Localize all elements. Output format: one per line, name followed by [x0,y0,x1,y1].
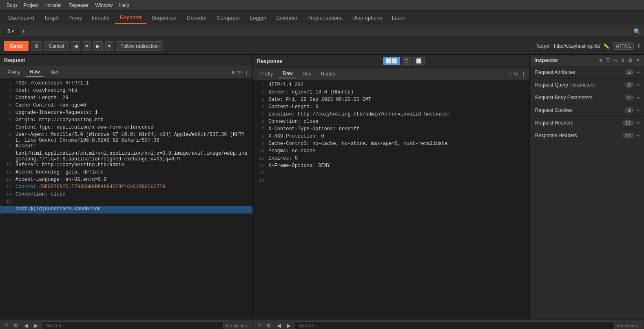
response-settings-icon[interactable]: ⚙ [265,322,273,329]
code-line: 6Origin: http://cozyhosting.htb [0,117,252,124]
request-next-match-icon[interactable]: ▶ [32,322,40,329]
tab-logger[interactable]: Logger [245,12,271,23]
inspector-row-cookies[interactable]: Request Cookies 1 ▾ [530,104,644,116]
inspector-grid-icon[interactable]: ⊞ [598,58,602,63]
chevron-down-icon: ▾ [637,121,639,125]
inspector-label: Response Headers [535,133,622,138]
response-prev-match-icon[interactable]: ◀ [275,322,283,329]
request-search-input[interactable] [42,321,224,329]
menu-burp[interactable]: Burp [3,1,20,9]
layout-single-icon[interactable]: ⬜ [413,57,425,65]
request-tab-pretty[interactable]: Pretty [3,68,24,76]
nav-back-button[interactable]: ◀ [71,41,80,51]
repeater-tab-5[interactable]: 5 × [3,27,19,36]
response-tab-icons: ≡ \n ⋮ [509,71,526,77]
response-tab-hex[interactable]: Hex [298,70,315,78]
request-tab-hex[interactable]: Hex [45,68,62,76]
response-search-input[interactable] [295,321,615,329]
response-tab-render[interactable]: Render [317,70,341,78]
nav-down-button[interactable]: ▾ [83,41,91,51]
request-help-icon[interactable]: ? [3,322,9,329]
request-menu-icon[interactable]: ⋮ [244,69,249,76]
inspector-label: Request Body Parameters [535,95,625,100]
inspector-header: Inspector ⊞ ☰ ⇔ ⇕ ⚙ ✕ [530,55,644,66]
help-icon[interactable]: ? [637,43,640,49]
tab-project-options[interactable]: Project options [303,12,347,23]
request-panel-header: Request [0,55,252,66]
inspector-close-icon[interactable]: ✕ [636,58,640,63]
menu-repeater[interactable]: Repeater [65,1,92,9]
request-code-area[interactable]: 1POST /executessh HTTP/1.1 2Host: cozyho… [0,79,252,319]
code-line: 3Date: Fri, 29 Sep 2023 00:20:20 GMT [253,97,529,104]
inspector-row-response-headers[interactable]: Response Headers 11 ▾ [530,129,644,142]
nav-forward-button[interactable]: ▶ [93,41,103,51]
chevron-down-icon: ▾ [637,108,639,113]
request-tab-raw[interactable]: Raw [26,68,44,77]
inspector-expand-icon[interactable]: ⇕ [621,58,625,63]
cancel-button[interactable]: Cancel [44,41,69,51]
response-tab-raw[interactable]: Raw [279,69,297,78]
request-settings-icon[interactable]: ⚙ [12,322,20,329]
request-prev-match-icon[interactable]: ◀ [22,322,30,329]
target-info: Target: http://cozyhosting.htb ✏️ HTTP/1… [536,42,640,50]
response-next-match-icon[interactable]: ▶ [285,322,292,329]
target-url: http://cozyhosting.htb [554,43,600,49]
menu-bar: Burp Project Intruder Repeater Window He… [0,0,644,11]
tab-decoder[interactable]: Decoder [182,12,212,23]
tab-sequencer[interactable]: Sequencer [146,12,182,23]
inspector-row-request-attributes[interactable]: Request Attributes 2 ▾ [530,66,644,78]
search-icon[interactable]: 🔍 [634,28,641,35]
response-wrap-icon[interactable]: \n [514,71,518,77]
inspector-section-body-params: Request Body Parameters 2 ▾ [530,91,644,104]
inspector-settings-icon[interactable]: ⚙ [628,58,633,63]
inspector-badge: 1 [625,107,634,113]
code-line: 2Host: cozyhosting.htb [0,88,252,95]
inspector-list-icon[interactable]: ☰ [606,58,610,63]
response-tab-pretty[interactable]: Pretty [256,70,277,78]
tab-user-options[interactable]: User options [347,12,387,23]
inspector-badge: 13 [622,120,634,126]
tab-intruder[interactable]: Intruder [87,12,115,23]
inspector-section-request-headers: Request Headers 13 ▾ [530,117,644,129]
send-button[interactable]: Send [4,41,29,51]
code-line: 5Location: http://cozyhosting.htb/admin?… [253,111,529,119]
follow-redirect-button[interactable]: Follow redirection [116,41,163,51]
code-line: 3Content-Length: 29 [0,95,252,102]
menu-project[interactable]: Project [20,1,42,9]
tab-dashboard[interactable]: Dashboard [3,12,39,23]
tab-proxy[interactable]: Proxy [64,12,87,23]
tab-extender[interactable]: Extender [272,12,303,23]
inspector-section-query-params: Request Query Parameters 0 ▾ [530,79,644,91]
tab-comparer[interactable]: Comparer [212,12,245,23]
inspector-label: Request Query Parameters [535,82,625,88]
inspector-label: Request Headers [535,120,622,126]
tab-target[interactable]: Target [39,12,64,23]
http-version[interactable]: HTTP/1 [613,42,634,50]
edit-target-icon[interactable]: ✏️ [603,43,609,49]
tab-learn[interactable]: Learn [387,12,410,23]
response-code-area[interactable]: 1HTTP/1.1 302 2Server: nginx/1.18.0 (Ubu… [253,80,529,319]
repeater-tab-bar: 5 × + 🔍 [0,25,644,38]
new-tab-button[interactable]: + [19,27,28,36]
response-format-icon[interactable]: ≡ [509,71,512,77]
inspector-resize-icon[interactable]: ⇔ [613,58,617,63]
gear-button[interactable]: ⚙ [31,41,42,51]
inspector-row-query-params[interactable]: Request Query Parameters 0 ▾ [530,79,644,91]
request-format-icon[interactable]: ≡ [232,69,235,76]
response-help-icon[interactable]: ? [256,322,262,329]
inspector-row-body-params[interactable]: Request Body Parameters 2 ▾ [530,91,644,104]
inspector-row-request-headers[interactable]: Request Headers 13 ▾ [530,117,644,129]
response-menu-icon[interactable]: ⋮ [521,71,526,77]
inspector-title: Inspector [534,57,598,63]
menu-window[interactable]: Window [92,1,116,9]
response-bottom-panel: ? ⚙ ◀ ▶ 0 matches [253,321,644,329]
code-line: 7X-Content-Type-Options: nosniff [253,126,529,133]
menu-help[interactable]: Help [116,1,133,9]
request-wrap-icon[interactable]: \n [237,69,241,76]
layout-stacked-icon[interactable]: ☰ [402,57,412,65]
request-panel-tabs: Pretty Raw Hex ≡ \n ⋮ [0,66,252,79]
layout-side-by-side-icon[interactable]: ⬜⬜ [383,57,400,65]
menu-intruder[interactable]: Intruder [42,1,65,9]
nav-fwd-down-button[interactable]: ▾ [105,41,113,51]
tab-repeater[interactable]: Repeater [115,12,146,24]
